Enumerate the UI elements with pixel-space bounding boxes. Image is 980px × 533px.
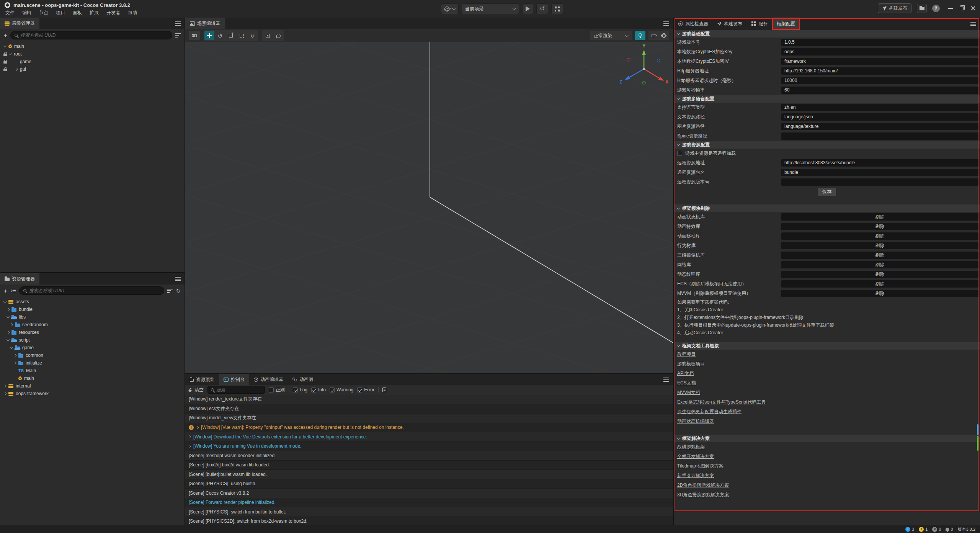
asset-row-assets[interactable]: assets — [0, 298, 185, 306]
expand-closed-icon[interactable] — [13, 354, 16, 357]
rotation-snap-button[interactable] — [273, 31, 283, 40]
fps-input[interactable]: 60 — [781, 87, 978, 94]
scene-settings-button[interactable] — [659, 32, 668, 39]
section-module-trim[interactable]: 框架模块剔除 — [674, 204, 980, 212]
expand-log-icon[interactable] — [196, 426, 199, 429]
tab-console[interactable]: > 控制台 — [219, 374, 249, 385]
warning-count-badge[interactable]: ! 1 — [919, 527, 928, 532]
expand-open-icon[interactable] — [7, 338, 10, 341]
tab-build-publish[interactable]: 构建发布 — [713, 18, 747, 30]
asset-row-common[interactable]: common — [0, 352, 185, 359]
minimize-button[interactable] — [948, 8, 953, 9]
tab-scene-editor[interactable]: 场景编辑器 — [185, 18, 225, 29]
expand-open-icon[interactable] — [10, 345, 13, 348]
remove-module-button[interactable]: 剔除 — [781, 213, 978, 221]
expand-open-icon[interactable] — [3, 299, 7, 302]
log-row-info[interactable]: [Window] Download the Vue Devtools exten… — [185, 432, 673, 442]
log-row[interactable]: [Window] ecs文件夹存在 — [185, 404, 673, 414]
link-mvvm-docs[interactable]: MVVM文档 — [677, 389, 700, 396]
link-hotupdate-plugin[interactable]: 原生包热更新配置自动生成插件 — [677, 409, 742, 415]
assets-search-input[interactable]: 搜索名称或 UUID — [19, 286, 165, 295]
expand-closed-icon[interactable] — [7, 331, 10, 334]
log-row[interactable]: [Scene] [PHYSICS]: using builtin. — [185, 479, 673, 489]
tab-animation-editor[interactable]: 动画编辑器 — [249, 374, 288, 385]
scene-camera-button[interactable] — [649, 32, 658, 39]
asset-row-initialize[interactable]: initialize — [0, 359, 185, 367]
asset-row-seedrandom[interactable]: seedrandom — [0, 321, 185, 329]
menu-developer[interactable]: 开发者 — [103, 9, 124, 17]
game-version-input[interactable]: 1.0.5 — [781, 39, 978, 46]
expand-log-icon[interactable] — [188, 435, 191, 438]
asset-row-oops-framework[interactable]: oops-framework — [0, 390, 185, 397]
expand-open-icon[interactable] — [9, 52, 12, 55]
asset-row-main-ts[interactable]: TS Main — [0, 367, 185, 374]
asset-row-bundle[interactable]: bundle — [0, 306, 185, 313]
checkbox-checked[interactable] — [357, 387, 362, 392]
remove-module-button[interactable]: 剔除 — [781, 271, 978, 278]
link-excel-tool[interactable]: Excel格式转Json文件与TypeScript代码工具 — [677, 399, 766, 405]
render-mode-select[interactable]: 正常渲染 — [590, 31, 632, 40]
asset-row-game[interactable]: game — [0, 344, 185, 352]
http-server-input[interactable]: http://192.168.0.150/main/ — [781, 67, 978, 75]
menu-edit[interactable]: 编辑 — [18, 9, 35, 17]
checkbox-checked[interactable] — [330, 387, 335, 392]
link-3d-rpg-solution[interactable]: 3D角色扮演游戏解决方案 — [677, 492, 729, 498]
expand-closed-icon[interactable] — [10, 323, 13, 326]
restore-button[interactable] — [960, 7, 964, 10]
filter-info-checkbox[interactable]: Info — [311, 387, 326, 392]
log-row[interactable]: [Scene] Cocos Creator v3.8.2 — [185, 489, 673, 498]
checkbox-checked[interactable] — [311, 387, 316, 392]
crypto-key-input[interactable]: oops — [781, 48, 978, 56]
filter-log-checkbox[interactable]: Log — [293, 387, 307, 392]
menu-extension[interactable]: 扩展 — [86, 9, 103, 17]
rect-tool-button[interactable] — [237, 31, 247, 40]
section-language-config[interactable]: 游戏多语言配置 — [674, 95, 980, 103]
log-row-info[interactable]: [Window] You are running Vue in developm… — [185, 442, 673, 451]
create-node-button[interactable]: + — [4, 33, 7, 38]
menu-project[interactable]: 项目 — [52, 9, 69, 17]
link-tutorial-project[interactable]: 教程项目 — [677, 351, 696, 358]
hierarchy-node-main[interactable]: main — [0, 43, 185, 50]
expand-closed-icon[interactable] — [7, 308, 10, 311]
asset-row-resources[interactable]: resources — [0, 329, 185, 336]
link-2d-rpg-solution[interactable]: 2D角色扮演游戏解决方案 — [677, 482, 729, 489]
tab-asset-preview[interactable]: 资源预览 — [185, 374, 219, 385]
asset-row-script[interactable]: script — [0, 336, 185, 344]
close-button[interactable] — [970, 6, 975, 11]
remove-module-button[interactable]: 剔除 — [781, 280, 978, 288]
lighting-toggle-button[interactable] — [635, 31, 645, 40]
assets-menu-icon[interactable] — [175, 277, 181, 281]
link-animator-editor[interactable]: 动画状态机编辑器 — [677, 418, 714, 425]
log-row[interactable]: [Scene] [PHYSICS2D]: switch from box2d-w… — [185, 517, 673, 526]
hierarchy-node-root[interactable]: root — [0, 50, 185, 58]
error-count-badge[interactable]: × 0 — [932, 527, 941, 532]
play-button[interactable] — [526, 6, 530, 11]
expand-log-icon[interactable] — [188, 445, 191, 448]
log-row[interactable]: [Window] render_texture文件夹存在 — [185, 395, 673, 404]
scrollbar-mark-green[interactable] — [977, 436, 978, 451]
link-fullstack-solution[interactable]: 全栈开发解决方案 — [677, 453, 714, 460]
dimension-toggle-button[interactable]: 3D — [189, 31, 200, 40]
scene-menu-icon[interactable] — [663, 21, 669, 26]
hierarchy-search-input[interactable]: 搜索名称或 UUID — [10, 31, 172, 39]
expand-closed-icon[interactable] — [3, 392, 7, 395]
asset-row-libs[interactable]: libs — [0, 313, 185, 321]
log-row[interactable]: [Scene] meshopt wasm decoder initialized — [185, 451, 673, 461]
hierarchy-node-gui[interactable]: gui — [0, 65, 185, 73]
section-doc-links[interactable]: 框架文档工具链接 — [674, 342, 980, 350]
log-file-icon[interactable] — [382, 387, 386, 392]
texture-path-input[interactable]: language/texture — [781, 123, 978, 130]
tab-animation-graph[interactable]: 动画图 — [288, 374, 318, 385]
remove-module-button[interactable]: 剔除 — [781, 223, 978, 230]
http-timeout-input[interactable]: 10000 — [781, 77, 978, 84]
remove-module-button[interactable]: 剔除 — [781, 261, 978, 268]
asset-row-main-scene[interactable]: main — [0, 374, 185, 382]
lock-icon[interactable] — [3, 61, 7, 64]
expand-open-icon[interactable] — [3, 44, 7, 47]
expand-closed-icon[interactable] — [3, 384, 7, 387]
crypto-iv-input[interactable]: framework — [781, 58, 978, 65]
lock-icon[interactable] — [3, 54, 7, 56]
inspector-menu-icon[interactable] — [970, 22, 976, 26]
filter-warning-checkbox[interactable]: Warning — [330, 387, 353, 392]
link-wargame-framework[interactable]: 战棋游戏框架 — [677, 444, 705, 450]
